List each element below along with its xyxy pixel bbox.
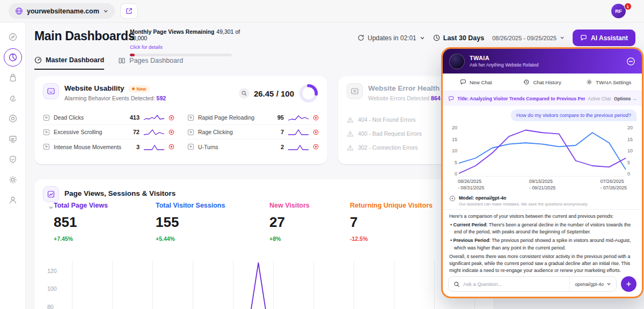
metric-value: 413 <box>130 114 140 121</box>
chat-title: Title: Analyzing Visitor Trends Compared… <box>457 96 584 101</box>
alert-dot-icon <box>169 129 174 135</box>
answer-bullet: • Previous Period: The previous period s… <box>449 237 635 251</box>
sparkline-chart <box>288 143 309 151</box>
chat-history-tab[interactable]: Chat History <box>509 73 576 91</box>
assistant-input-row: openai/gpt-4o <box>443 273 642 297</box>
globe-icon <box>15 7 23 15</box>
y-axis-tick: 120 <box>47 268 62 274</box>
usability-row: Rapid Page Reloading 95 <box>187 111 319 125</box>
monitor-error-icon <box>350 87 359 95</box>
search-icon <box>453 281 460 288</box>
sidebar-nav <box>0 23 26 309</box>
sidebar-item-dashboards[interactable] <box>4 48 22 67</box>
chevron-down-icon <box>420 35 425 41</box>
collapse-chevron-icon[interactable] <box>48 205 54 210</box>
chevron-down-icon <box>103 9 108 14</box>
history-icon <box>523 79 530 85</box>
site-selector[interactable]: yourwebsitename.com <box>9 3 115 19</box>
tab-pages-dashboard[interactable]: Pages Dashboard <box>118 56 183 70</box>
sidebar-item-commerce[interactable] <box>4 69 22 87</box>
tab-master-dashboard[interactable]: Master Dashboard <box>34 56 104 70</box>
warning-triangle-icon <box>347 130 354 137</box>
model-selector[interactable]: openai/gpt-4o <box>569 277 611 291</box>
sparkline-chart <box>288 128 309 136</box>
y-axis-left: 20 15 10 5 0 <box>447 125 459 176</box>
tab-label: TWAIA Settings <box>596 79 631 85</box>
metric-label: Total Visitor Sessions <box>156 202 269 209</box>
sidebar-item-recordings[interactable] <box>4 109 22 128</box>
card-title: Page Views, Sessions & Visitors <box>64 189 175 197</box>
error-health-icon <box>347 83 363 99</box>
twaia-avatar <box>449 54 465 69</box>
sidebar-item-explore[interactable] <box>4 28 22 46</box>
ai-assistant-button-label: AI Assistant <box>591 34 628 42</box>
usability-icon <box>43 83 59 99</box>
card-title: Website Usability <box>64 84 125 92</box>
metric-label: Rapid Page Reloading <box>198 114 254 121</box>
tab-label: Pages Dashboard <box>129 57 183 64</box>
chevron-down-icon <box>560 35 565 40</box>
sidebar-item-settings[interactable] <box>4 171 22 189</box>
quota-details-link[interactable]: Click for details <box>130 45 163 50</box>
sidebar-item-behavior[interactable] <box>4 89 22 107</box>
y-axis-tick: 15 <box>449 137 457 142</box>
assistant-tabs: New Chat Chat History TWAIA Settings <box>443 73 642 91</box>
chat-icon <box>448 95 454 102</box>
y-axis-tick: 100 <box>47 285 62 292</box>
ai-assistant-button[interactable]: AI Assistant <box>573 30 635 46</box>
circle-minus-icon <box>626 57 635 66</box>
clock-icon <box>433 34 440 41</box>
sidebar-item-account[interactable] <box>4 191 22 209</box>
card-subtitle: Website Errors Detected <box>368 95 429 101</box>
metric-total-page-views: Total Page Views 851 +7.45% <box>54 202 156 242</box>
card-subtitle: Alarming Behavior Events Detected: <box>64 95 155 101</box>
alert-dot-icon <box>169 144 174 150</box>
minimize-button[interactable] <box>626 57 635 66</box>
page-views-quota: Monthly Page Views Remaining49,301 of 50… <box>130 28 243 56</box>
metric-total-visitor-sessions: Total Visitor Sessions 155 +5.44% <box>156 202 269 242</box>
updates-dropdown[interactable]: Updates in 02:01 <box>357 34 425 42</box>
y-axis-tick: 0 <box>449 171 457 176</box>
usability-row: Dead Clicks 413 <box>43 111 174 125</box>
range-preset[interactable]: Last 30 Days <box>433 34 484 42</box>
pvsv-icon <box>43 186 59 202</box>
notification-badge: 1 <box>624 3 632 10</box>
assistant-header: TWAIA Ask her Anything Website Related <box>443 49 642 73</box>
cursor-icon <box>187 114 194 121</box>
metric-value: 155 <box>156 214 269 231</box>
twaia-settings-tab[interactable]: TWAIA Settings <box>575 73 642 91</box>
options-link[interactable]: Options → <box>614 96 636 101</box>
sidebar-item-security[interactable] <box>4 150 22 168</box>
cursor-icon <box>43 129 50 136</box>
refresh-icon <box>357 34 364 41</box>
new-badge: New <box>128 85 150 93</box>
range-label: Last 30 Days <box>443 34 484 42</box>
avatar[interactable]: RF 1 <box>611 4 626 18</box>
events-detected-count: 592 <box>157 95 166 101</box>
answer-intro: Here's a comparison of your visitors bet… <box>449 213 635 220</box>
x-axis-labels: 08/26/2025- 08/31/2025 09/15/2025- 09/21… <box>443 176 642 193</box>
metric-delta: +8% <box>269 236 350 242</box>
user-message-bubble: How do my visitors compare to the previo… <box>511 109 636 121</box>
new-chat-tab[interactable]: New Chat <box>443 73 509 91</box>
send-button[interactable] <box>621 276 636 292</box>
metric-value: 27 <box>269 214 350 231</box>
line-chart-icon <box>47 190 55 198</box>
question-input[interactable] <box>463 281 566 287</box>
avatar-initials: RF <box>615 8 622 14</box>
metric-value: 2 <box>281 144 284 150</box>
score-info-icon[interactable] <box>239 88 250 99</box>
card-title: Website Error Health <box>368 84 440 92</box>
magnifier-icon <box>241 90 247 97</box>
metric-label: New Visitors <box>269 202 350 209</box>
metric-delta: +5.44% <box>156 236 269 242</box>
metric-value: 851 <box>54 214 156 231</box>
date-range-picker[interactable]: 08/26/2025 - 09/25/2025 <box>492 35 565 41</box>
open-site-button[interactable] <box>120 3 138 19</box>
metric-delta: +7.45% <box>54 236 156 242</box>
gear-icon <box>8 175 18 185</box>
y-axis-tick: 10 <box>627 148 636 153</box>
sidebar-item-feedback[interactable] <box>4 130 22 148</box>
external-link-icon <box>126 8 133 14</box>
pie-chart-icon <box>8 53 18 62</box>
